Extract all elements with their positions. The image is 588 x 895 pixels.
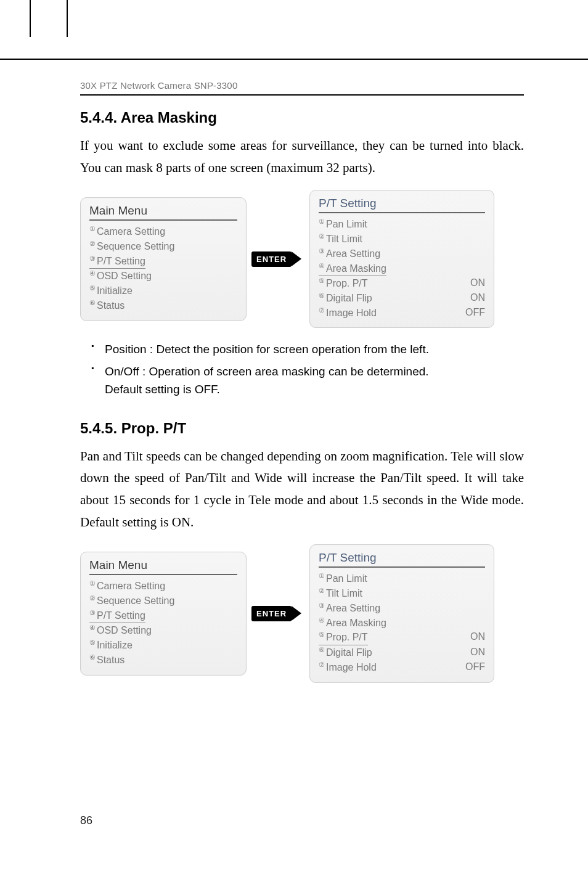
arrow-right-icon	[292, 251, 301, 266]
osd-menu-item: ④OSD Setting	[89, 269, 237, 284]
bullet-list-a: Position : Detect the position for scree…	[80, 340, 524, 398]
osd-menu-item: ①Camera Setting	[89, 224, 237, 239]
osd-title: Main Menu	[89, 558, 237, 575]
osd-menu-item: ①Pan Limit	[319, 571, 485, 586]
osd-menu-item: ①Camera Setting	[89, 579, 237, 594]
osd-menu-item: ③P/T Setting	[89, 254, 237, 269]
osd-menu-item: ⑥Status	[89, 298, 237, 313]
bullet-text: On/Off : Operation of screen area maskin…	[105, 365, 429, 378]
enter-label: ENTER	[251, 251, 292, 267]
osd-menu-item: ⑤Prop. P/TON	[319, 276, 485, 291]
osd-main-menu-a: Main Menu ①Camera Setting②Sequence Setti…	[80, 197, 247, 321]
bullet-item: Position : Detect the position for scree…	[105, 340, 524, 358]
osd-menu-item: ②Tilt Limit	[319, 586, 485, 601]
osd-title: P/T Setting	[319, 197, 485, 213]
osd-menu-item: ④OSD Setting	[89, 623, 237, 638]
osd-menu-item: ①Pan Limit	[319, 217, 485, 232]
osd-menu-item: ④Area Masking	[319, 616, 485, 631]
osd-title: Main Menu	[89, 204, 237, 221]
arrow-right-icon	[292, 606, 301, 621]
crop-marks	[0, 0, 588, 62]
osd-main-menu-b: Main Menu ①Camera Setting②Sequence Setti…	[80, 552, 247, 675]
osd-menu-item: ⑤Initialize	[89, 284, 237, 298]
osd-menu-item: ③Area Setting	[319, 247, 485, 261]
osd-menu-item: ⑦Image HoldOFF	[319, 306, 485, 321]
osd-menu-item: ⑥Digital FlipON	[319, 645, 485, 660]
osd-menu-item: ⑤Initialize	[89, 638, 237, 653]
osd-menu-item: ⑥Status	[89, 653, 237, 668]
osd-pt-setting-a: P/T Setting ①Pan Limit②Tilt Limit③Area S…	[309, 190, 494, 328]
bullet-item: On/Off : Operation of screen area maskin…	[105, 362, 524, 399]
paragraph-prop-pt: Pan and Tilt speeds can be changed depen…	[80, 446, 524, 534]
osd-menu-item: ⑦Image HoldOFF	[319, 660, 485, 675]
osd-title: P/T Setting	[319, 551, 485, 568]
osd-menu-item: ③P/T Setting	[89, 608, 237, 624]
enter-label: ENTER	[251, 606, 292, 621]
heading-area-masking: 5.4.4. Area Masking	[80, 109, 524, 126]
heading-prop-pt: 5.4.5. Prop. P/T	[80, 420, 524, 437]
paragraph-area-masking: If you want to exclude some areas for su…	[80, 135, 524, 179]
osd-menu-item: ②Sequence Setting	[89, 239, 237, 254]
enter-button-a: ENTER	[251, 248, 304, 269]
osd-menu-item: ②Tilt Limit	[319, 232, 485, 247]
osd-menu-item: ⑥Digital FlipON	[319, 291, 485, 306]
osd-row-b: Main Menu ①Camera Setting②Sequence Setti…	[80, 544, 524, 682]
osd-menu-item: ②Sequence Setting	[89, 594, 237, 608]
running-header: 30X PTZ Network Camera SNP-3300	[80, 80, 524, 96]
osd-pt-setting-b: P/T Setting ①Pan Limit②Tilt Limit③Area S…	[309, 544, 494, 682]
page-body: 30X PTZ Network Camera SNP-3300 5.4.4. A…	[80, 80, 524, 695]
osd-menu-item: ③Area Setting	[319, 601, 485, 616]
bullet-text: Position : Detect the position for scree…	[105, 343, 429, 356]
enter-button-b: ENTER	[251, 603, 304, 624]
osd-row-a: Main Menu ①Camera Setting②Sequence Setti…	[80, 190, 524, 328]
bullet-subtext: Default setting is OFF.	[105, 380, 524, 398]
osd-menu-item: ④Area Masking	[319, 261, 485, 277]
page-number: 86	[80, 814, 92, 827]
osd-menu-item: ⑤Prop. P/TON	[319, 630, 485, 645]
